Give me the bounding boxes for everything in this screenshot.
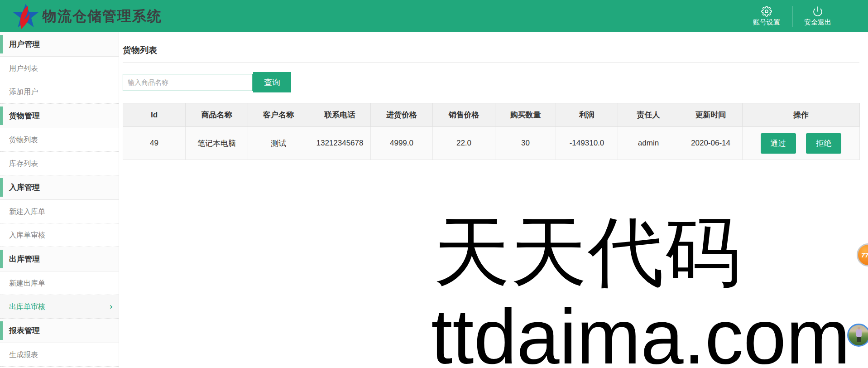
cell-update-time: 2020-06-14 <box>679 127 743 160</box>
reject-button[interactable]: 拒绝 <box>806 133 841 154</box>
sidebar-section-outbound-mgmt: 出库管理 <box>0 247 119 271</box>
cell-product-name: 笔记本电脑 <box>186 127 248 160</box>
title-divider <box>123 62 859 63</box>
sidebar-item-generate-report[interactable]: 生成报表 <box>0 343 119 367</box>
avatar-person-legs <box>857 337 861 342</box>
avatar-person-figure <box>856 329 862 337</box>
app-title: 物流仓储管理系统 <box>43 7 162 26</box>
col-header-update-time: 更新时间 <box>679 103 743 127</box>
table-row: 49 笔记本电脑 测试 13212345678 4999.0 22.0 30 -… <box>123 127 860 160</box>
badge-text: 77 <box>861 251 868 259</box>
power-icon <box>812 6 823 17</box>
cell-id: 49 <box>123 127 186 160</box>
sidebar-section-user-mgmt: 用户管理 <box>0 32 119 57</box>
main-content: 货物列表 查询 Id 商品名称 客户名称 联系电话 进货价格 销售价格 购买数量… <box>120 32 868 368</box>
logout-button[interactable]: 安全退出 <box>792 0 843 32</box>
cell-actions: 通过 拒绝 <box>743 127 860 160</box>
cell-customer-name: 测试 <box>248 127 309 160</box>
logout-label: 安全退出 <box>804 18 831 27</box>
account-settings-label: 账号设置 <box>753 18 780 27</box>
sidebar-item-inbound-audit[interactable]: 入库单审核 <box>0 223 119 247</box>
cell-owner: admin <box>618 127 679 160</box>
logo-star-icon <box>12 3 40 29</box>
approve-button[interactable]: 通过 <box>761 133 796 154</box>
search-button[interactable]: 查询 <box>253 72 291 92</box>
sidebar-section-report-mgmt: 报表管理 <box>0 319 119 343</box>
sidebar-item-outbound-audit[interactable]: 出库单审核 › <box>0 295 119 319</box>
table-header-row: Id 商品名称 客户名称 联系电话 进货价格 销售价格 购买数量 利润 责任人 … <box>123 103 860 127</box>
col-header-profit: 利润 <box>556 103 618 127</box>
app-header: 物流仓储管理系统 账号设置 安全退出 <box>0 0 868 32</box>
header-nav: 账号设置 安全退出 <box>741 0 843 32</box>
col-header-id: Id <box>123 103 186 127</box>
sidebar-item-stock-list[interactable]: 库存列表 <box>0 152 119 175</box>
sidebar-item-add-user[interactable]: 添加用户 <box>0 80 119 104</box>
col-header-sale-price: 销售价格 <box>433 103 495 127</box>
account-settings-button[interactable]: 账号设置 <box>741 0 792 32</box>
chevron-right-icon: › <box>109 295 113 319</box>
sidebar-section-goods-mgmt: 货物管理 <box>0 104 119 128</box>
cell-profit: -149310.0 <box>556 127 618 160</box>
sidebar-item-label: 出库单审核 <box>9 303 45 310</box>
avatar[interactable] <box>847 324 868 347</box>
col-header-quantity: 购买数量 <box>495 103 556 127</box>
page-title: 货物列表 <box>123 44 859 56</box>
col-header-phone: 联系电话 <box>309 103 371 127</box>
sidebar-item-goods-list[interactable]: 货物列表 <box>0 128 119 152</box>
col-header-customer-name: 客户名称 <box>248 103 309 127</box>
sidebar-section-inbound-mgmt: 入库管理 <box>0 175 119 200</box>
col-header-product-name: 商品名称 <box>186 103 248 127</box>
cell-purchase-price: 4999.0 <box>371 127 433 160</box>
search-bar: 查询 <box>123 72 859 92</box>
col-header-purchase-price: 进货价格 <box>371 103 433 127</box>
cell-quantity: 30 <box>495 127 556 160</box>
search-input[interactable] <box>123 74 253 91</box>
sidebar-item-new-inbound-order[interactable]: 新建入库单 <box>0 200 119 223</box>
cell-phone: 13212345678 <box>309 127 371 160</box>
cell-sale-price: 22.0 <box>433 127 495 160</box>
col-header-actions: 操作 <box>743 103 860 127</box>
gear-icon <box>761 6 772 17</box>
app-logo-brand[interactable]: 物流仓储管理系统 <box>12 3 162 30</box>
sidebar-menu: 用户管理 用户列表 添加用户 货物管理 货物列表 库存列表 入库管理 新建入库单… <box>0 32 119 368</box>
sidebar-item-user-list[interactable]: 用户列表 <box>0 57 119 80</box>
goods-table: Id 商品名称 客户名称 联系电话 进货价格 销售价格 购买数量 利润 责任人 … <box>123 103 860 160</box>
sidebar-item-new-outbound-order[interactable]: 新建出库单 <box>0 271 119 295</box>
col-header-owner: 责任人 <box>618 103 679 127</box>
